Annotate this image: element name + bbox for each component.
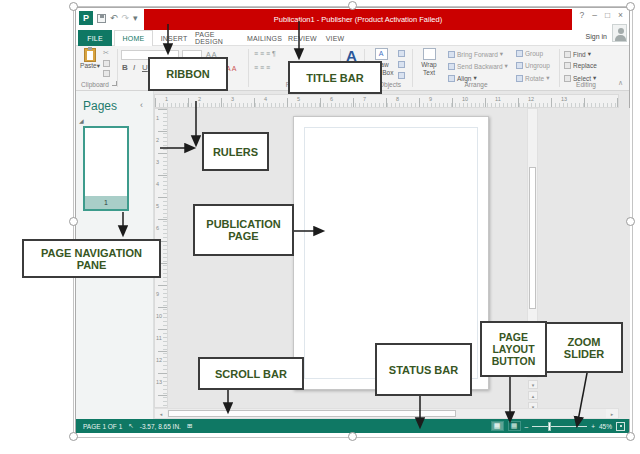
underline-button[interactable]: U — [142, 63, 148, 72]
annotation-title-bar: TITLE BAR — [288, 61, 382, 94]
rotate-icon — [516, 75, 523, 82]
paragraph-align-icons[interactable]: ≡ ≡ ≡ — [254, 64, 270, 71]
paste-button[interactable]: Paste▾ — [79, 48, 101, 81]
close-button[interactable]: × — [618, 10, 623, 20]
paragraph-list-icons[interactable]: ≡ ≡ ≡ ¶ — [254, 50, 276, 57]
publisher-app-icon[interactable]: P — [79, 11, 93, 25]
zoom-in-button[interactable]: + — [591, 423, 595, 430]
italic-button[interactable]: I — [133, 63, 135, 72]
ungroup-icon — [516, 62, 523, 69]
send-backward-icon — [448, 63, 455, 70]
previous-page-button[interactable]: ▴ — [528, 391, 538, 400]
page-indicator[interactable]: PAGE 1 OF 1 — [83, 423, 122, 430]
undo-button[interactable]: ↶ — [110, 13, 118, 23]
horizontal-ruler: 12345678910111213 — [154, 94, 619, 108]
group-clipboard: Clipboard — [77, 81, 113, 88]
ungroup-button[interactable]: Ungroup — [516, 62, 550, 69]
page-thumbnail[interactable]: 1 — [83, 126, 129, 211]
find-icon — [564, 51, 571, 58]
text-box-icon: A — [375, 48, 388, 60]
insert-picture-icon[interactable] — [398, 50, 405, 57]
annotation-zoom-slider: ZOOM SLIDER — [545, 322, 623, 373]
bring-forward-icon — [448, 51, 455, 58]
selection-handle-bottom-center[interactable] — [348, 432, 357, 441]
tab-mailings[interactable]: MAILINGS — [245, 30, 284, 46]
vertical-scrollbar-thumb[interactable] — [529, 167, 536, 309]
wrap-text-icon — [423, 48, 436, 60]
tab-review[interactable]: REVIEW — [286, 30, 319, 46]
annotation-rulers: RULERS — [202, 132, 269, 171]
group-button[interactable]: Group — [516, 50, 543, 57]
rotate-button[interactable]: Rotate▾ — [516, 74, 549, 82]
wrap-text-button[interactable]: WrapText — [414, 48, 444, 77]
replace-icon — [564, 62, 571, 69]
quick-access-toolbar: P ↶ ↷ ▾ — [79, 11, 138, 25]
bold-button[interactable]: B — [122, 63, 128, 72]
annotation-ribbon: RIBBON — [148, 57, 228, 91]
fit-page-icon[interactable] — [616, 422, 625, 431]
replace-button[interactable]: Replace — [564, 62, 597, 69]
tab-home[interactable]: HOME — [114, 30, 153, 46]
annotation-publication-page: PUBLICATION PAGE — [193, 204, 294, 256]
insert-table-icon[interactable] — [398, 72, 405, 79]
horizontal-scrollbar-thumb[interactable] — [168, 410, 456, 417]
selection-handle-bottom-right[interactable] — [626, 432, 635, 441]
zoom-percentage[interactable]: 45% — [599, 423, 612, 430]
format-painter-icon[interactable] — [103, 70, 110, 77]
zoom-out-button[interactable]: – — [525, 423, 529, 430]
redo-button[interactable]: ↷ — [122, 13, 130, 23]
page-layout-view-button[interactable]: ▦ — [508, 421, 521, 431]
minimize-button[interactable]: – — [592, 10, 597, 20]
send-backward-button[interactable]: Send Backward▾ — [448, 62, 508, 70]
single-page-view-button[interactable]: ▦ — [491, 421, 504, 431]
annotation-page-layout-button: PAGE LAYOUT BUTTON — [480, 321, 547, 377]
selection-handle-bottom-left[interactable] — [69, 432, 78, 441]
page-thumbnail-number: 1 — [85, 196, 127, 209]
qat-customize-icon[interactable]: ▾ — [133, 13, 138, 23]
collapse-ribbon-icon[interactable]: ∧ — [618, 79, 623, 87]
tab-page-design[interactable]: PAGE DESIGN — [195, 30, 243, 46]
help-button[interactable]: ? — [579, 10, 584, 20]
pages-pane-title: Pages — [83, 99, 117, 113]
annotated-screenshot: P ↶ ↷ ▾ Publication1 - Publisher (Produc… — [0, 0, 640, 454]
sign-in-link[interactable]: Sign in — [586, 33, 607, 40]
annotation-scroll-bar: SCROLL BAR — [198, 357, 304, 390]
zoom-slider-thumb[interactable] — [548, 422, 551, 431]
bring-forward-button[interactable]: Bring Forward▾ — [448, 50, 503, 58]
selection-handle-top-left[interactable] — [69, 2, 78, 11]
title-bar-highlight: Publication1 - Publisher (Product Activa… — [144, 9, 572, 30]
selection-handle-top-right[interactable] — [626, 2, 635, 11]
annotation-page-navigation-pane: PAGE NAVIGATION PANE — [22, 239, 161, 278]
clipboard-small-buttons: ✂ — [103, 49, 110, 77]
paste-icon — [84, 48, 96, 62]
find-button[interactable]: Find▾ — [564, 50, 591, 58]
insert-shapes-icon[interactable] — [398, 61, 405, 68]
group-icon — [516, 50, 523, 57]
scroll-down-button[interactable]: ▾ — [528, 380, 538, 389]
tab-file[interactable]: FILE — [78, 30, 112, 46]
collapse-pane-icon[interactable]: ‹ — [140, 100, 143, 110]
window-title: Publication1 - Publisher (Product Activa… — [274, 15, 442, 24]
user-avatar[interactable] — [612, 24, 627, 42]
selection-handle-middle-left[interactable] — [69, 217, 78, 226]
object-size-icon[interactable]: ⊞ — [187, 422, 192, 430]
scroll-right-button[interactable]: ▸ — [606, 409, 618, 418]
tab-view[interactable]: VIEW — [321, 30, 349, 46]
copy-icon[interactable] — [103, 60, 110, 67]
title-bar: P ↶ ↷ ▾ Publication1 - Publisher (Produc… — [76, 8, 629, 30]
group-editing: Editing — [561, 81, 611, 88]
margin-guides — [304, 127, 478, 379]
scroll-left-button[interactable]: ◂ — [155, 409, 167, 418]
group-arrange: Arrange — [451, 81, 501, 88]
horizontal-scrollbar[interactable]: ◂ ▸ — [154, 408, 619, 419]
save-icon[interactable] — [97, 14, 106, 23]
selection-handle-top-center[interactable] — [348, 1, 357, 10]
zoom-slider[interactable] — [532, 426, 587, 427]
cut-icon[interactable]: ✂ — [103, 49, 110, 57]
cursor-position-icon: ↖ — [128, 422, 133, 430]
tab-insert[interactable]: INSERT — [155, 30, 193, 46]
restore-button[interactable]: □ — [605, 10, 610, 20]
pane-sort-icon: ◢ — [79, 117, 84, 124]
selection-handle-middle-right[interactable] — [626, 217, 635, 226]
cursor-coordinates: -3.57, 8.65 IN. — [140, 423, 181, 430]
